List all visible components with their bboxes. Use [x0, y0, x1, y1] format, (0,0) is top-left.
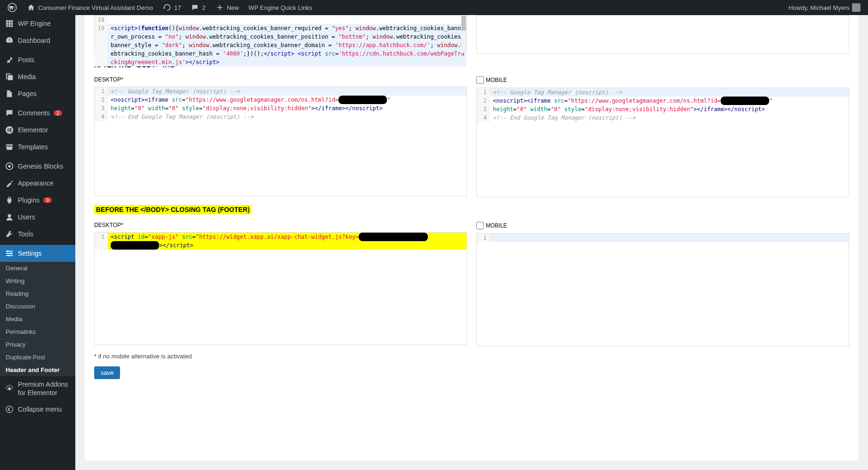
body-code-editor-mobile[interactable]: 1<!-- Google Tag Manager (noscript) --> …	[476, 88, 849, 197]
genesis-icon	[5, 162, 14, 171]
submenu-item-media[interactable]: Media	[0, 313, 75, 325]
site-link[interactable]: Consumer Finance Virtual Assistant Demo	[23, 3, 157, 12]
sidebar-item-label: Media	[18, 73, 36, 81]
footer-code-editor-desktop[interactable]: 1<script id="xapp-js" src="https://widge…	[94, 232, 467, 345]
sidebar-item-dashboard[interactable]: Dashboard	[0, 32, 75, 49]
svg-rect-12	[9, 128, 12, 129]
svg-rect-9	[11, 25, 13, 27]
sidebar-item-elementor[interactable]: Elementor	[0, 122, 75, 138]
sidebar-item-appearance[interactable]: Appearance	[0, 175, 75, 192]
submenu-item-reading[interactable]: Reading	[0, 287, 75, 300]
svg-point-21	[7, 251, 9, 252]
sidebar-item-tools[interactable]: Tools	[0, 226, 75, 243]
admin-sidebar: WP EngineDashboardPostsMediaPagesComment…	[0, 15, 75, 470]
sidebar-item-media[interactable]: Media	[0, 68, 75, 85]
sidebar-item-wp-engine[interactable]: WP Engine	[0, 15, 75, 32]
sidebar-item-label: Tools	[18, 230, 33, 238]
sidebar-item-label: Settings	[18, 250, 42, 257]
submenu-item-permalinks[interactable]: Permalinks	[0, 325, 75, 338]
svg-point-25	[6, 406, 13, 413]
code-line: <script>(function(){window.webtracking_c…	[108, 24, 466, 66]
sidebar-item-plugins[interactable]: Plugins9	[0, 192, 75, 209]
sidebar-item-genesis-blocks[interactable]: Genesis Blocks	[0, 158, 75, 175]
sidebar-item-settings[interactable]: Settings	[0, 245, 75, 262]
sidebar-item-label: Comments	[18, 109, 50, 117]
svg-point-22	[10, 252, 12, 254]
wpengine-icon	[5, 19, 14, 28]
sidebar-item-templates[interactable]: Templates	[0, 138, 75, 155]
mobile-checkbox-footer[interactable]	[476, 222, 484, 229]
notification-badge: 9	[43, 197, 52, 203]
sidebar-item-label: Dashboard	[18, 37, 50, 44]
users-icon	[5, 212, 14, 222]
footer-code-editor-mobile[interactable]: 1	[476, 233, 849, 346]
footnote: * if no mobile alternative is activated	[94, 353, 849, 360]
submenu-item-privacy[interactable]: Privacy	[0, 338, 75, 351]
svg-rect-11	[8, 128, 8, 131]
updates-link[interactable]: 17	[159, 3, 185, 12]
desktop-label: DESKTOP*	[94, 76, 467, 83]
submenu-item-general[interactable]: General	[0, 262, 75, 275]
dashboard-icon	[5, 36, 14, 45]
sidebar-item-users[interactable]: Users	[0, 209, 75, 226]
plugins-icon	[5, 195, 14, 205]
scrollbar[interactable]	[461, 16, 466, 53]
templates-icon	[5, 142, 14, 152]
appearance-icon	[5, 178, 14, 188]
head-code-editor-desktop[interactable]: 18 19<script>(function(){window.webtrack…	[94, 15, 467, 54]
admin-toolbar: Consumer Finance Virtual Assistant Demo …	[0, 0, 868, 15]
svg-rect-6	[11, 23, 13, 25]
svg-rect-7	[6, 25, 8, 27]
save-button[interactable]: save	[94, 366, 120, 379]
mobile-label: MOBILE	[486, 77, 507, 83]
submenu-item-header-and-footer[interactable]: Header and Footer	[0, 364, 75, 376]
comments-icon	[5, 108, 14, 118]
elementor-icon	[5, 125, 14, 135]
sidebar-item-posts[interactable]: Posts	[0, 51, 75, 68]
sidebar-item-pages[interactable]: Pages	[0, 85, 75, 102]
svg-point-17	[8, 214, 11, 218]
comments-link[interactable]: 2	[186, 3, 209, 12]
home-icon	[26, 3, 36, 12]
submenu-item-discussion[interactable]: Discussion	[0, 300, 75, 313]
plus-icon	[215, 3, 225, 12]
svg-rect-4	[6, 23, 8, 25]
svg-rect-5	[8, 23, 11, 25]
wordpress-icon	[8, 3, 17, 12]
sidebar-item-label: Templates	[18, 143, 48, 151]
sidebar-item-label: Posts	[18, 56, 34, 64]
collapse-menu[interactable]: Collapse menu	[0, 401, 75, 418]
sidebar-item-label: Appearance	[18, 179, 54, 187]
svg-point-16	[8, 165, 10, 167]
gear-icon	[5, 384, 14, 393]
new-link[interactable]: New	[211, 3, 243, 12]
mobile-checkbox-body[interactable]	[476, 76, 484, 84]
section-footer-title: BEFORE THE </BODY> CLOSING TAG (FOOTER)	[94, 205, 251, 214]
pages-icon	[5, 89, 14, 98]
main-content: 18 19<script>(function(){window.webtrack…	[85, 15, 859, 461]
sidebar-item-label: Plugins	[18, 196, 40, 204]
mobile-label: MOBILE	[486, 222, 507, 229]
sidebar-item-label: Pages	[18, 90, 37, 97]
body-code-editor-desktop[interactable]: 1<!-- Google Tag Manager (noscript) --> …	[94, 87, 467, 196]
svg-point-23	[8, 255, 9, 257]
collapse-icon	[5, 405, 14, 414]
sidebar-item-label: Elementor	[18, 126, 48, 134]
wpengine-quicklinks[interactable]: WP Engine Quick Links	[245, 4, 316, 11]
head-code-editor-mobile[interactable]	[476, 15, 849, 54]
svg-rect-14	[9, 131, 12, 132]
sidebar-item-label: Users	[18, 213, 35, 221]
update-icon	[162, 3, 172, 12]
wp-logo[interactable]	[4, 3, 21, 12]
premium-addons-item[interactable]: Premium Addons for Elementor	[0, 376, 75, 401]
submenu-item-duplicate-post[interactable]: Duplicate Post	[0, 351, 75, 364]
tools-icon	[5, 229, 14, 239]
notification-badge: 2	[54, 110, 62, 116]
sidebar-item-comments[interactable]: Comments2	[0, 105, 75, 122]
howdy-user[interactable]: Howdy, Michael Myers	[785, 3, 864, 12]
svg-rect-2	[8, 20, 11, 23]
desktop-label: DESKTOP*	[94, 222, 467, 228]
submenu-item-writing[interactable]: Writing	[0, 275, 75, 287]
svg-rect-13	[9, 130, 12, 130]
settings-icon	[5, 249, 14, 258]
